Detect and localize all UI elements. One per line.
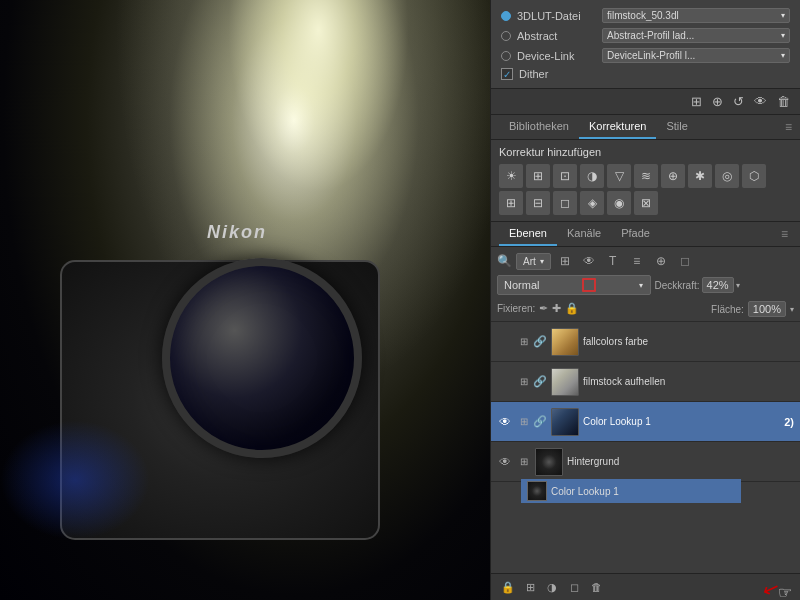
bottom-icon-mask[interactable]: ◻ bbox=[565, 578, 583, 596]
dropdown-abstract[interactable]: Abstract-Profil lad... bbox=[602, 28, 790, 43]
bottom-icon-adjustment[interactable]: ◑ bbox=[543, 578, 561, 596]
layer-thumb-fallcolors bbox=[551, 328, 579, 356]
layers-panel-collapse[interactable]: ≡ bbox=[777, 222, 792, 246]
layer-type-icons-1: ⊞ 🔗 bbox=[517, 335, 547, 349]
layer-name-fallcolors: fallcolors farbe bbox=[583, 336, 794, 347]
fix-icon-art[interactable]: 🔒 bbox=[565, 302, 579, 315]
layer-visibility-fallcolors[interactable] bbox=[497, 334, 513, 350]
flache-value[interactable]: 100% bbox=[748, 301, 786, 317]
layer-number-2: 2) bbox=[784, 416, 794, 428]
layer-filter-toggle[interactable]: ◻ bbox=[675, 251, 695, 271]
layer-item-fallcolors[interactable]: ⊞ 🔗 fallcolors farbe bbox=[491, 322, 800, 362]
layers-tabs-row: Ebenen Kanäle Pfade ≡ bbox=[491, 222, 800, 247]
layer-filter-row: 🔍 Art ⊞ 👁 T ≡ ⊕ ◻ bbox=[497, 251, 794, 271]
korr-circle[interactable]: ◎ bbox=[715, 164, 739, 188]
tab-ebenen[interactable]: Ebenen bbox=[499, 222, 557, 246]
label-device-link: Device-Link bbox=[517, 50, 602, 62]
opacity-arrow[interactable]: ▾ bbox=[736, 281, 740, 290]
korrekturen-section: Korrektur hinzufügen ☀ ⊞ ⊡ ◑ ▽ ≋ ⊕ ✱ ◎ ⬡… bbox=[491, 140, 800, 222]
korr-pattern[interactable]: ≋ bbox=[634, 164, 658, 188]
toolbar-icon-trash[interactable]: 🗑 bbox=[775, 93, 792, 110]
red-indicator bbox=[582, 278, 596, 292]
layer-controls: 🔍 Art ⊞ 👁 T ≡ ⊕ ◻ Normal Deckkraft: bbox=[491, 247, 800, 322]
toolbar-icon-link[interactable]: ⊕ bbox=[710, 93, 725, 110]
radio-device-link[interactable] bbox=[501, 51, 511, 61]
right-panel: 3DLUT-Datei filmstock_50.3dl Abstract Ab… bbox=[490, 0, 800, 600]
dither-checkbox[interactable]: ✓ bbox=[501, 68, 513, 80]
layer-visibility-color-lookup[interactable]: 👁 bbox=[497, 414, 513, 430]
korr-brightness[interactable]: ☀ bbox=[499, 164, 523, 188]
layers-section: Ebenen Kanäle Pfade ≡ 🔍 Art ⊞ 👁 T ≡ bbox=[491, 222, 800, 600]
tab-pfade[interactable]: Pfade bbox=[611, 222, 660, 246]
korr-grid2[interactable]: ⊞ bbox=[499, 191, 523, 215]
fix-icon-move[interactable]: ✚ bbox=[552, 302, 561, 315]
toolbar-icon-eye[interactable]: 👁 bbox=[752, 93, 769, 110]
camera-brand-label: Nikon bbox=[207, 222, 267, 243]
layer-item-color-lookup[interactable]: 👁 ⊞ 🔗 Color Lookup 1 2) bbox=[491, 402, 800, 442]
layer-chain-1: 🔗 bbox=[533, 335, 547, 349]
flache-label: Fläche: bbox=[711, 304, 744, 315]
layer-type-icons-2: ⊞ 🔗 bbox=[517, 375, 547, 389]
tab-stile[interactable]: Stile bbox=[656, 115, 697, 139]
korr-target[interactable]: ◉ bbox=[607, 191, 631, 215]
korr-hex[interactable]: ⬡ bbox=[742, 164, 766, 188]
bottom-icon-trash[interactable]: 🗑 bbox=[587, 578, 605, 596]
layer-chain-2: 🔗 bbox=[533, 375, 547, 389]
layer-item-filmstock[interactable]: ⊞ 🔗 filmstock aufhellen bbox=[491, 362, 800, 402]
layer-filter-btn2[interactable]: 👁 bbox=[579, 251, 599, 271]
layer-name-color-lookup: Color Lookup 1 bbox=[583, 416, 780, 427]
layer-list: ⊞ 🔗 fallcolors farbe ⊞ 🔗 filmstock aufhe… bbox=[491, 322, 800, 549]
layer-thumb-color-lookup bbox=[551, 408, 579, 436]
tab-korrekturen[interactable]: Korrekturen bbox=[579, 115, 656, 139]
bottom-icon-group[interactable]: ⊞ bbox=[521, 578, 539, 596]
blend-mode-dropdown[interactable]: Normal bbox=[497, 275, 651, 295]
fixieren-row: Fixieren: ✒ ✚ 🔒 bbox=[497, 302, 579, 315]
korr-diamond[interactable]: ◈ bbox=[580, 191, 604, 215]
flache-arrow[interactable]: ▾ bbox=[790, 305, 794, 314]
adjustments-tabs-section: Bibliotheken Korrekturen Stile ≡ bbox=[491, 115, 800, 140]
toolbar-icon-undo[interactable]: ↺ bbox=[731, 93, 746, 110]
fixieren-label: Fixieren: bbox=[497, 303, 535, 314]
korr-curves[interactable]: ⊡ bbox=[553, 164, 577, 188]
dither-label: Dither bbox=[519, 68, 548, 80]
layer-filter-btn4[interactable]: ≡ bbox=[627, 251, 647, 271]
sub-thumb bbox=[527, 481, 547, 501]
tab-bibliotheken[interactable]: Bibliotheken bbox=[499, 115, 579, 139]
sub-label: Color Lookup 1 bbox=[551, 486, 619, 497]
dropdown-3dlut[interactable]: filmstock_50.3dl bbox=[602, 8, 790, 23]
opacity-value[interactable]: 42% bbox=[702, 277, 734, 293]
layer-name-hintergrund: Hintergrund bbox=[567, 456, 794, 467]
layer-grid-icon-2: ⊞ bbox=[517, 375, 531, 389]
layer-thumb-hintergrund bbox=[535, 448, 563, 476]
dropdown-device-link[interactable]: DeviceLink-Profil l... bbox=[602, 48, 790, 63]
cursor-hand: ☞ bbox=[778, 583, 792, 600]
korr-grid3[interactable]: ⊠ bbox=[634, 191, 658, 215]
korr-levels[interactable]: ⊞ bbox=[526, 164, 550, 188]
profile-row-abstract: Abstract Abstract-Profil lad... bbox=[501, 28, 790, 43]
camera-body: Nikon bbox=[60, 260, 380, 540]
adjustments-tabs-row: Bibliotheken Korrekturen Stile ≡ bbox=[491, 115, 800, 139]
korr-star[interactable]: ✱ bbox=[688, 164, 712, 188]
korr-square[interactable]: ◻ bbox=[553, 191, 577, 215]
radio-abstract[interactable] bbox=[501, 31, 511, 41]
layer-visibility-hintergrund[interactable]: 👁 bbox=[497, 454, 513, 470]
layer-filter-btn5[interactable]: ⊕ bbox=[651, 251, 671, 271]
korrekturen-title: Korrektur hinzufügen bbox=[499, 146, 792, 158]
layer-filter-btn1[interactable]: ⊞ bbox=[555, 251, 575, 271]
korr-gradient[interactable]: ▽ bbox=[607, 164, 631, 188]
adjustments-panel-collapse[interactable]: ≡ bbox=[785, 120, 792, 134]
tab-kanale[interactable]: Kanäle bbox=[557, 222, 611, 246]
layer-visibility-filmstock[interactable] bbox=[497, 374, 513, 390]
korr-add[interactable]: ⊕ bbox=[661, 164, 685, 188]
layer-mode-row: Normal Deckkraft: 42% ▾ bbox=[497, 275, 794, 295]
layer-item-hintergrund[interactable]: 👁 ⊞ Hintergrund Color Lookup 1 bbox=[491, 442, 800, 482]
radio-3dlut[interactable] bbox=[501, 11, 511, 21]
filter-dropdown[interactable]: Art bbox=[516, 253, 551, 270]
bottom-bar: 🔒 ⊞ ◑ ◻ 🗑 ↙ ☞ bbox=[491, 573, 800, 600]
bottom-icon-lock[interactable]: 🔒 bbox=[499, 578, 517, 596]
fix-icon-lock[interactable]: ✒ bbox=[539, 302, 548, 315]
korr-exposure[interactable]: ◑ bbox=[580, 164, 604, 188]
toolbar-icon-grid[interactable]: ⊞ bbox=[689, 93, 704, 110]
layer-filter-btn3[interactable]: T bbox=[603, 251, 623, 271]
korr-minus[interactable]: ⊟ bbox=[526, 191, 550, 215]
